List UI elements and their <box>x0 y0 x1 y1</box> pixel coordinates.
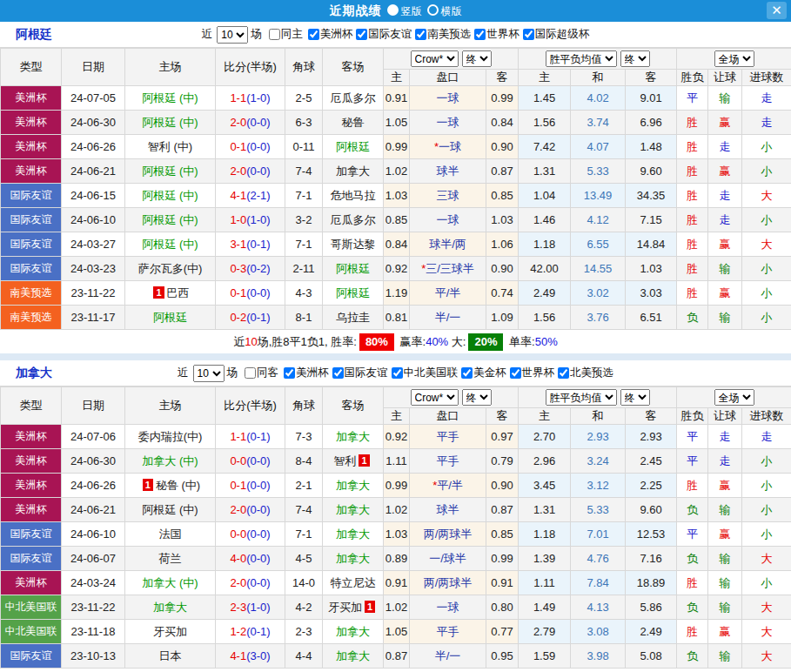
halftime-score: (1-0) <box>246 91 270 104</box>
corners: 4-3 <box>285 281 323 306</box>
same-venue-checkbox[interactable] <box>245 367 256 379</box>
home-team-name: 萨尔瓦多(中) <box>138 262 203 275</box>
fulltime-select[interactable]: 全场 <box>714 50 754 67</box>
league-checkbox-0-0[interactable] <box>308 29 319 40</box>
corners: 8-4 <box>285 449 323 474</box>
result-handicap: 赢 <box>708 620 742 644</box>
col-avg-away: 客 <box>626 70 677 86</box>
avg-draw-odds: 4.07 <box>571 135 626 159</box>
league-checkbox-1-5[interactable] <box>558 367 569 379</box>
match-type-badge: 国际友谊 <box>1 257 62 281</box>
handicap-text: 半/一 <box>435 649 461 662</box>
avg-draw-odds: 3.76 <box>571 306 626 330</box>
avg-home-odds: 1.04 <box>519 184 571 208</box>
avg-home-odds: 1.39 <box>519 547 571 571</box>
fulltime-score: 1-1 <box>230 91 246 104</box>
section-separator <box>0 353 791 360</box>
home-team-name: 智利 (中) <box>148 140 192 153</box>
col-handicap: 盘口 <box>410 408 486 425</box>
score: 2-0(0-0) <box>216 159 285 184</box>
layout-horizontal-radio[interactable] <box>427 4 439 16</box>
summary-segment: 50% <box>535 335 558 348</box>
match-count-select[interactable]: 10 <box>193 365 225 382</box>
layout-vertical-radio[interactable] <box>387 4 399 16</box>
col-corner: 角球 <box>285 387 323 425</box>
away-team-name: 阿根廷 <box>336 262 370 275</box>
away-team: 加拿大 <box>323 498 384 522</box>
away-team-name: 加拿大 <box>336 649 370 662</box>
league-checkbox-1-2[interactable] <box>392 367 403 379</box>
away-team: 阿根廷 <box>323 135 384 159</box>
same-venue-checkbox[interactable] <box>269 29 280 40</box>
home-team-name: 阿根廷 (中) <box>142 238 198 251</box>
bookmaker-select[interactable]: Crow* <box>411 389 459 406</box>
result-goals: 小 <box>742 257 791 281</box>
home-team: 阿根廷 (中) <box>125 498 216 522</box>
col-home: 主场 <box>125 387 216 425</box>
home-team: 法国 <box>125 522 216 547</box>
fulltime-score: 0-1 <box>230 140 246 153</box>
league-checkbox-0-2[interactable] <box>415 29 426 40</box>
handicap-home-odds: 1.03 <box>384 184 410 208</box>
league-checkbox-0-4[interactable] <box>523 29 534 40</box>
close-button[interactable]: ✕ <box>767 2 787 19</box>
home-team: 委内瑞拉(中) <box>125 425 216 449</box>
home-team: 阿根廷 (中) <box>125 208 216 232</box>
handicap-home-odds: 0.84 <box>384 232 410 257</box>
halftime-score: (0-0) <box>246 528 270 541</box>
handicap-final-select[interactable]: 终 <box>462 389 492 406</box>
handicap-home-odds: 0.92 <box>384 425 410 449</box>
fulltime-score: 4-1 <box>230 649 246 662</box>
handicap-text: 两/两球半 <box>424 528 473 541</box>
match-date: 24-03-23 <box>62 257 125 281</box>
home-team: 阿根廷 (中) <box>125 159 216 184</box>
league-checkbox-1-3[interactable] <box>461 367 473 379</box>
away-team: 加拿大 <box>323 159 384 184</box>
avg-type-select[interactable]: 胜平负均值 <box>546 389 617 406</box>
league-checkbox-1-4[interactable] <box>510 367 521 379</box>
avg-type-select[interactable]: 胜平负均值 <box>546 50 617 67</box>
avg-final-select[interactable]: 终 <box>620 389 650 406</box>
away-team: 智利1 <box>323 449 384 474</box>
avg-home-odds: 42.00 <box>519 257 571 281</box>
match-row: 国际友谊23-10-13日本4-1(3-0)4-4加拿大0.87半/一0.951… <box>1 644 791 669</box>
avg-final-select[interactable]: 终 <box>620 50 650 67</box>
league-checkbox-0-3[interactable] <box>474 29 486 40</box>
score: 2-0(0-0) <box>216 498 285 522</box>
halftime-score: (0-0) <box>246 552 270 565</box>
result-wdl: 平 <box>677 449 708 474</box>
match-type-badge: 国际友谊 <box>1 208 62 232</box>
fulltime-select[interactable]: 全场 <box>714 389 754 406</box>
avg-away-odds: 2.49 <box>626 620 677 644</box>
avg-away-odds: 2.93 <box>626 425 677 449</box>
league-checkbox-1-1[interactable] <box>332 367 344 379</box>
away-team: 加拿大 <box>323 547 384 571</box>
avg-away-odds: 7.15 <box>626 208 677 232</box>
match-type-badge: 国际友谊 <box>1 232 62 257</box>
avg-away-odds: 2.45 <box>626 449 677 474</box>
league-checkbox-1-0[interactable] <box>284 367 295 379</box>
fulltime-score: 2-0 <box>230 576 246 589</box>
halftime-score: (0-0) <box>246 140 270 153</box>
avg-draw-odds: 13.49 <box>571 184 626 208</box>
avg-home-odds: 1.45 <box>519 86 571 111</box>
score: 2-3(1-0) <box>216 595 285 620</box>
match-date: 24-03-24 <box>62 571 125 595</box>
handicap-select-cell: Crow*终 <box>384 387 519 408</box>
away-team: 特立尼达 <box>323 571 384 595</box>
handicap-away-odds: 0.90 <box>486 257 519 281</box>
handicap-final-select[interactable]: 终 <box>462 50 492 67</box>
bookmaker-select[interactable]: Crow* <box>411 50 459 67</box>
col-avg-draw: 和 <box>571 408 626 425</box>
near-label: 近 <box>178 366 189 380</box>
avg-draw-odds: 7.01 <box>571 522 626 547</box>
league-checkbox-0-1[interactable] <box>356 29 367 40</box>
match-count-select[interactable]: 10 <box>217 26 248 44</box>
handicap-text: 一球 <box>437 116 459 129</box>
score: 1-1(0-1) <box>216 425 285 449</box>
away-team-name: 乌拉圭 <box>336 311 370 324</box>
fulltime-score: 4-0 <box>230 552 246 565</box>
handicap-away-odds: 1.03 <box>486 208 519 232</box>
topbar-center: 近期战绩竖版横版 <box>330 3 462 19</box>
avg-home-odds: 2.96 <box>519 449 571 474</box>
